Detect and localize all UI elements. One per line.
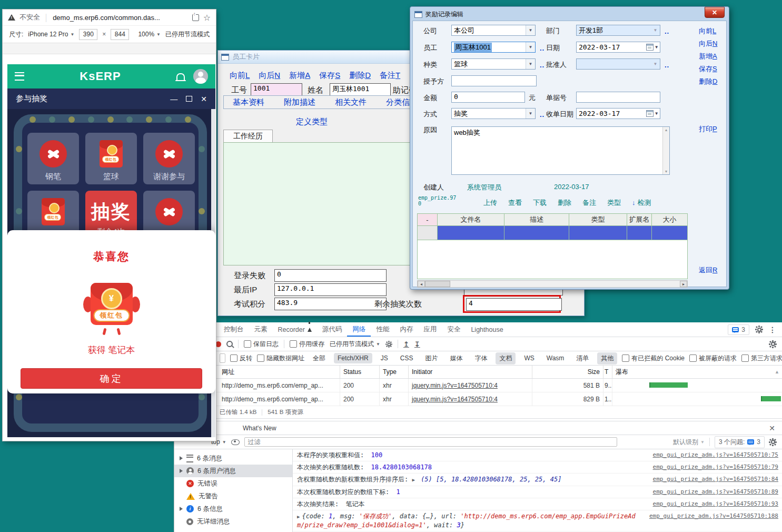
check-button[interactable]: ↓ 检测: [632, 198, 651, 208]
network-settings-gear-icon[interactable]: [769, 341, 776, 348]
settings-gear-icon[interactable]: [756, 326, 763, 333]
live-expression-eye-icon[interactable]: [231, 439, 240, 445]
log-levels-select[interactable]: 默认级别▼: [673, 438, 705, 447]
col-filename[interactable]: 文件名: [438, 214, 504, 225]
scroll-thumb[interactable]: [425, 281, 450, 287]
delete-file-button[interactable]: 删除: [558, 198, 571, 208]
throttle-label[interactable]: 已停用节流模式: [165, 30, 210, 39]
chevron-down-icon[interactable]: ▼: [651, 25, 660, 35]
throttling-select[interactable]: 已停用节流模式▼: [330, 340, 380, 349]
define-type-link[interactable]: 定义类型: [296, 117, 328, 127]
tab-security[interactable]: 安全: [442, 322, 466, 337]
calendar-icon[interactable]: [646, 44, 654, 51]
expand-icon[interactable]: ▶: [412, 477, 414, 482]
approver-more-button[interactable]: ..: [665, 61, 669, 69]
console-object-message[interactable]: emp_gui_prize_adm.js?v=1647505710:188 ▶{…: [293, 510, 782, 531]
tab-memory[interactable]: 内存: [394, 322, 418, 337]
tab-network[interactable]: 网络: [347, 322, 371, 337]
remaining-draws-input[interactable]: 4: [466, 298, 562, 311]
network-row[interactable]: http://demo_ms.erp6.com/emp_ap... 200 xh…: [174, 392, 782, 406]
kind-select[interactable]: 篮球▼: [451, 58, 536, 70]
kind-more-button[interactable]: ..: [540, 61, 545, 69]
chevron-down-icon[interactable]: ▼: [526, 25, 535, 35]
col-ext[interactable]: 扩展名: [627, 214, 652, 225]
col-minus[interactable]: -: [418, 214, 438, 225]
invert-checkbox[interactable]: 反转: [230, 354, 252, 363]
tab-application[interactable]: 应用: [418, 322, 442, 337]
save-button[interactable]: 保存S: [699, 64, 717, 74]
tab-performance[interactable]: 性能: [371, 322, 394, 337]
blocked-cookies-checkbox[interactable]: 有已拦截的 Cookie: [622, 354, 685, 363]
whats-new-bar[interactable]: What's New ✕: [174, 421, 782, 435]
amount-input[interactable]: 0: [451, 92, 525, 103]
prize-card[interactable]: 钢笔: [27, 133, 79, 184]
upload-button[interactable]: 上传: [483, 198, 497, 208]
source-link[interactable]: emp_gui_prize_adm.js?v=1647505710:188: [649, 512, 778, 520]
sidebar-verbose[interactable]: 无详细消息: [174, 515, 292, 528]
maximize-icon[interactable]: [186, 96, 192, 102]
tab-elements[interactable]: 元素: [249, 322, 273, 337]
tab-extra-desc[interactable]: 附加描述: [284, 97, 315, 107]
remark-button[interactable]: 备注T: [380, 71, 400, 81]
tab-lighthouse[interactable]: Lighthouse: [466, 322, 508, 337]
sidebar-errors[interactable]: ✕无错误: [174, 477, 292, 490]
request-initiator[interactable]: jquery.min.js?v=1647505710:4: [409, 392, 532, 406]
preserve-log-checkbox[interactable]: 保留日志: [244, 340, 279, 349]
console-message[interactable]: emp_gui_prize_adm.js?v=1647505710:75 本程序…: [293, 449, 782, 461]
third-party-checkbox[interactable]: 第三方请求: [741, 354, 782, 363]
chevron-down-icon[interactable]: ▼: [526, 59, 535, 69]
device-select[interactable]: iPhone 12 Pro▼: [28, 31, 74, 38]
url-text[interactable]: demo_ms.erp6.com/common.das...: [53, 14, 160, 22]
record-icon[interactable]: [215, 341, 221, 347]
dept-select[interactable]: 开发1部▼: [576, 25, 660, 36]
network-conditions-icon[interactable]: [386, 341, 392, 347]
scroll-right-icon[interactable]: ▸: [680, 281, 687, 287]
scrollbar[interactable]: ▴▾: [662, 127, 669, 174]
print-button[interactable]: 打印P: [699, 124, 717, 134]
tab-sources[interactable]: 源代码: [317, 322, 348, 337]
expand-icon[interactable]: ▶: [297, 514, 300, 519]
filter-type-other[interactable]: 其他: [597, 352, 617, 364]
close-icon[interactable]: ✕: [201, 95, 207, 103]
dept-more-button[interactable]: ..: [665, 27, 669, 35]
initiator-link[interactable]: jquery.min.js?v=1647505710:4: [412, 382, 498, 389]
tab-related-files[interactable]: 相关文件: [335, 97, 367, 107]
receipt-date-input[interactable]: 2022-03-17▼: [576, 108, 660, 119]
console-filter-input[interactable]: 过滤: [244, 437, 617, 447]
filter-type-wasm[interactable]: Wasm: [543, 353, 568, 363]
calendar-icon[interactable]: [646, 110, 654, 117]
grantor-input[interactable]: [451, 75, 537, 86]
type-button[interactable]: 类型: [607, 198, 621, 208]
source-link[interactable]: emp_gui_prize_adm.js?v=1647505710:89: [653, 488, 778, 496]
filter-type-doc[interactable]: 文档: [496, 352, 516, 364]
console-issues-badge[interactable]: 3 个问题:3: [715, 436, 765, 448]
close-button[interactable]: ✕: [705, 7, 725, 18]
col-initiator[interactable]: Initiator: [409, 366, 532, 378]
console-message[interactable]: emp_gui_prize_adm.js?v=1647505710:93 本次抽…: [293, 498, 782, 510]
tab-recorder[interactable]: Recorder: [273, 322, 317, 337]
blocked-requests-checkbox[interactable]: 被屏蔽的请求: [689, 354, 737, 363]
console-message[interactable]: emp_gui_prize_adm.js?v=1647505710:89 本次权…: [293, 486, 782, 498]
filter-type-media[interactable]: 媒体: [446, 352, 466, 364]
chevron-down-icon[interactable]: ▼: [651, 59, 660, 69]
console-settings-gear-icon[interactable]: [769, 439, 776, 446]
scroll-left-icon[interactable]: ◂: [418, 281, 425, 287]
horizontal-scrollbar[interactable]: ◂ ▸: [417, 280, 688, 288]
tab-work-history[interactable]: 工作经历: [223, 130, 273, 143]
save-button[interactable]: 保存S: [319, 71, 340, 81]
name-input[interactable]: 周玉林1001: [330, 83, 391, 96]
console-message[interactable]: emp_gui_prize_adm.js?v=1647505710:79 本次抽…: [293, 461, 782, 474]
next-button[interactable]: 向后N: [259, 71, 280, 81]
filter-type-font[interactable]: 字体: [471, 352, 491, 364]
col-type[interactable]: Type: [380, 366, 409, 378]
col-size[interactable]: Size: [532, 366, 603, 378]
chevron-down-icon[interactable]: ▼: [526, 109, 535, 119]
request-initiator[interactable]: jquery.min.js?v=1647505710:4: [409, 379, 532, 392]
view-button[interactable]: 查看: [508, 198, 522, 208]
note-button[interactable]: 备注: [582, 198, 596, 208]
emp-more-button[interactable]: ..: [540, 44, 545, 52]
source-link[interactable]: emp_gui_prize_adm.js?v=1647505710:79: [653, 463, 778, 471]
request-url[interactable]: http://demo_ms.erp6.com/emp_ap...: [217, 392, 340, 406]
filter-type-fetch-xhr[interactable]: Fetch/XHR: [334, 353, 372, 363]
filter-type-all[interactable]: 全部: [309, 352, 329, 364]
